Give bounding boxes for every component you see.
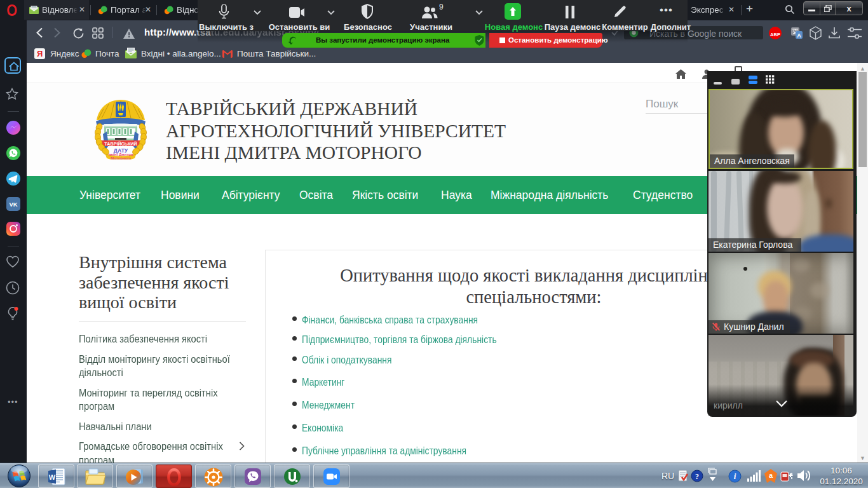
svg-text:ТАВРІЙСЬКИЙ: ТАВРІЙСЬКИЙ — [104, 141, 137, 147]
svg-text:Моторного: Моторного — [111, 156, 131, 160]
svg-text:a: a — [769, 471, 773, 479]
svg-text:W: W — [48, 473, 55, 481]
svg-text:A: A — [797, 32, 801, 39]
svg-text:VK: VK — [9, 201, 17, 208]
svg-text:?: ? — [695, 472, 699, 481]
svg-text:i: i — [734, 471, 736, 481]
